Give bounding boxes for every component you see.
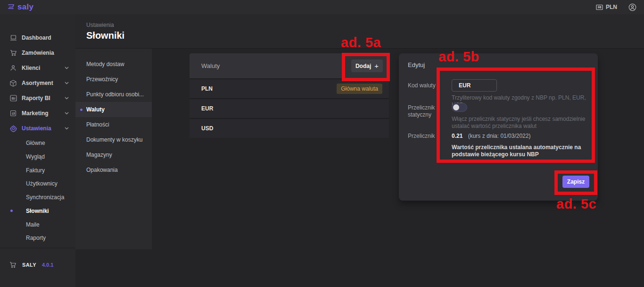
currency-code: EUR (201, 105, 213, 112)
rate-value-line: 0.21 (kurs z dnia: 01/03/2022) (452, 133, 530, 139)
secnav-item-magazyny[interactable]: Magazyny (75, 147, 152, 162)
secnav-item-waluty[interactable]: Waluty (75, 102, 152, 117)
static-rate-label-line2: statyczny (408, 111, 431, 118)
dashboard-icon (9, 34, 17, 42)
sidebar-item-label: Ustawienia (22, 125, 51, 132)
page-title: Słowniki (86, 30, 124, 41)
sidebar-subitem-synchronizacja[interactable]: Synchronizacja (0, 190, 75, 204)
sidebar-item-label: Asortyment (22, 80, 53, 86)
edit-currency-panel: Edytuj Kod waluty Trzyliterowy kod walut… (399, 53, 598, 201)
sidebar-subitem-maile[interactable]: Maile (0, 218, 75, 231)
app-logo[interactable]: saly (8, 2, 33, 12)
rate-value: 0.21 (452, 133, 462, 139)
currency-label: PLN (606, 4, 617, 10)
chevron-down-icon (65, 112, 69, 115)
page-header: Ustawienia Słowniki (75, 14, 644, 49)
logo-text: saly (17, 2, 33, 12)
chevron-down-icon (65, 97, 69, 100)
sidebar-item-raporty-bi[interactable]: Bi Raporty BI (0, 91, 75, 106)
sidebar-subitem-glowne[interactable]: Główne (0, 136, 75, 150)
chevron-down-icon (65, 67, 69, 69)
breadcrumb: Ustawienia (86, 22, 114, 28)
secnav-item-metody-dostaw[interactable]: Metody dostaw (75, 57, 152, 72)
rate-date: (kurs z dnia: 01/03/2022) (468, 133, 531, 139)
sidebar-subitem-faktury[interactable]: Faktury (0, 163, 75, 177)
add-currency-button[interactable]: Dodaj + (351, 59, 383, 72)
svg-text:Bi: Bi (11, 96, 15, 101)
secnav-item-platnosci[interactable]: Płatności (75, 117, 152, 132)
chevron-down-icon (65, 82, 69, 84)
currency-row[interactable]: USD (190, 118, 389, 138)
rate-label: Przelicznik (408, 133, 435, 139)
edit-panel-title: Edytuj (408, 61, 425, 68)
currency-code-input[interactable] (452, 79, 497, 92)
account-icon[interactable] (628, 3, 636, 11)
active-dot (10, 210, 13, 212)
currencies-panel-title: Waluty (201, 62, 220, 69)
banknote-icon (596, 4, 603, 10)
sidebar-item-klienci[interactable]: Klienci (0, 60, 75, 76)
sidebar-item-label: Raporty BI (22, 95, 50, 101)
static-rate-label-line1: Przelicznik (408, 104, 435, 111)
currency-code: PLN (201, 85, 213, 92)
sidebar-item-marketing[interactable]: Marketing (0, 106, 75, 121)
sidebar-item-zamowienia[interactable]: Zamówienia (0, 45, 75, 60)
dictionary-nav: Metody dostaw Przewoźnicy Punkty odbioru… (75, 49, 152, 249)
save-button[interactable]: Zapisz (562, 176, 589, 188)
active-dot (80, 109, 83, 111)
sidebar-item-label: Klienci (22, 65, 40, 71)
sidebar-item-ustawienia[interactable]: Ustawienia (0, 121, 75, 136)
rate-note: Wartość przelicznika ustalana automatycz… (452, 144, 584, 158)
currency-code: USD (201, 125, 213, 132)
code-hint: Trzyliterowy kod waluty zgodny z NBP np.… (452, 94, 598, 109)
currencies-panel-header: Waluty Dodaj + (190, 53, 389, 78)
sidebar-subitem-wyglad[interactable]: Wygląd (0, 150, 75, 163)
app-window: saly PLN Dashboard (0, 0, 644, 287)
cart-icon (9, 262, 17, 268)
sidebar-subitem-slowniki[interactable]: Słowniki (0, 204, 75, 218)
bi-icon: Bi (9, 94, 17, 102)
currencies-panel: Waluty Dodaj + PLN Główna waluta EUR USD (190, 53, 389, 138)
sidebar-item-label: Dashboard (22, 34, 51, 41)
sidebar-subitem-raporty[interactable]: Raporty (0, 231, 75, 245)
main-currency-badge: Główna waluta (337, 84, 382, 94)
chevron-down-icon (65, 127, 69, 130)
currency-row[interactable]: EUR (190, 98, 389, 118)
sidebar-item-dashboard[interactable]: Dashboard (0, 30, 75, 45)
main-sidebar: Dashboard Zamówienia Klienci Asortyment (0, 14, 75, 287)
sidebar-subitem-uzytkownicy[interactable]: Użytkownicy (0, 177, 75, 190)
secnav-item-przewoznicy[interactable]: Przewoźnicy (75, 72, 152, 87)
sidebar-item-label: Zamówienia (22, 50, 54, 56)
plus-icon: + (374, 62, 379, 70)
sidebar-item-label: Marketing (22, 110, 49, 117)
sidebar-footer: SALY 4.0.1 (0, 248, 75, 287)
static-rate-hint: Włącz przelicznik statyczny jeśli chcesz… (452, 116, 593, 130)
code-label: Kod waluty (408, 82, 436, 89)
marketing-icon (9, 110, 17, 117)
secnav-item-dokumenty[interactable]: Dokumenty w koszyku (75, 132, 152, 147)
secnav-item-punkty-odbioru[interactable]: Punkty odbioru osobi... (75, 87, 152, 102)
gear-icon (9, 125, 17, 132)
static-rate-toggle[interactable] (452, 103, 467, 112)
app-name: SALY (22, 262, 36, 268)
app-version: 4.0.1 (42, 262, 53, 268)
person-icon (9, 64, 17, 72)
topbar: saly PLN (0, 0, 644, 14)
secnav-item-opakowania[interactable]: Opakowania (75, 162, 152, 177)
box-icon (9, 79, 17, 87)
cart-logo-icon (8, 3, 16, 11)
currency-row[interactable]: PLN Główna waluta (190, 78, 389, 98)
currency-selector[interactable]: PLN (596, 4, 617, 10)
sidebar-item-asortyment[interactable]: Asortyment (0, 76, 75, 91)
cart-icon (9, 49, 17, 57)
toggle-knob (453, 104, 459, 110)
